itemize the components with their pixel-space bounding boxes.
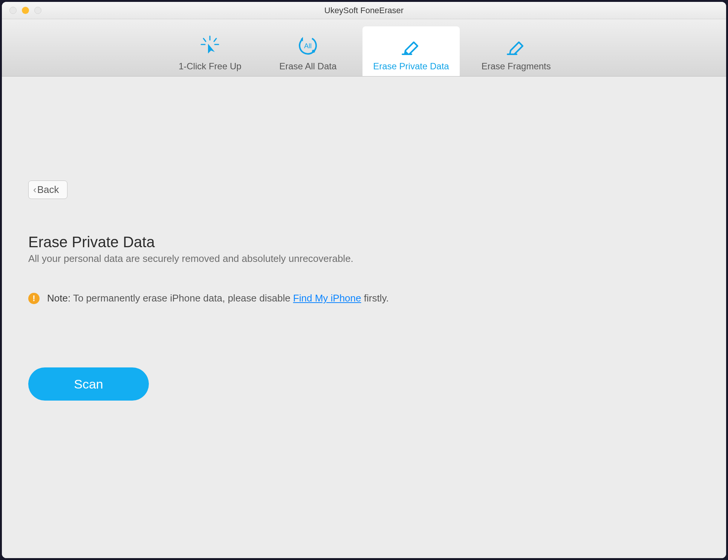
note-suffix: firstly.: [361, 292, 389, 304]
erase-all-data-icon: All: [298, 35, 318, 56]
find-my-iphone-link[interactable]: Find My iPhone: [293, 292, 361, 304]
maximize-window-button[interactable]: [34, 7, 41, 14]
note-label: Note:: [47, 292, 70, 304]
tab-label: Erase All Data: [279, 61, 336, 72]
page-title: Erase Private Data: [28, 234, 700, 251]
scan-button-label: Scan: [74, 377, 103, 392]
tab-erase-private-data[interactable]: Erase Private Data: [362, 26, 459, 76]
tab-erase-fragments[interactable]: Erase Fragments: [471, 26, 561, 76]
close-window-button[interactable]: [9, 7, 17, 14]
tab-label: Erase Private Data: [373, 61, 449, 72]
back-button-label: Back: [37, 184, 59, 196]
content-area: ‹ Back Erase Private Data All your perso…: [2, 77, 726, 558]
tab-1-click-free-up[interactable]: 1-Click Free Up: [167, 26, 253, 76]
note-row: ! Note: To permanently erase iPhone data…: [28, 292, 700, 304]
titlebar: UkeySoft FoneEraser: [2, 2, 726, 19]
click-free-up-icon: [200, 35, 220, 56]
erase-private-data-icon: [401, 35, 421, 56]
tab-label: Erase Fragments: [482, 61, 551, 72]
svg-point-8: [312, 50, 315, 53]
note-text: Note: To permanently erase iPhone data, …: [47, 292, 389, 304]
minimize-window-button[interactable]: [22, 7, 29, 14]
svg-text:All: All: [304, 42, 312, 50]
note-prefix: To permanently erase iPhone data, please…: [73, 292, 293, 304]
tab-erase-all-data[interactable]: All Erase All Data: [265, 26, 351, 76]
page-subtitle: All your personal data are securely remo…: [28, 253, 700, 265]
chevron-left-icon: ‹: [33, 184, 37, 196]
warning-icon: !: [28, 293, 40, 304]
svg-line-1: [203, 38, 206, 41]
erase-fragments-icon: [506, 35, 526, 56]
back-button[interactable]: ‹ Back: [28, 181, 67, 199]
traffic-lights: [2, 7, 41, 14]
scan-button[interactable]: Scan: [28, 367, 149, 401]
tab-bar: 1-Click Free Up All Erase All Data: [2, 19, 726, 77]
app-window: UkeySoft FoneEraser 1-Click Free Up: [2, 2, 726, 558]
svg-line-2: [214, 38, 216, 41]
tab-label: 1-Click Free Up: [179, 61, 242, 72]
window-title: UkeySoft FoneEraser: [324, 6, 404, 15]
